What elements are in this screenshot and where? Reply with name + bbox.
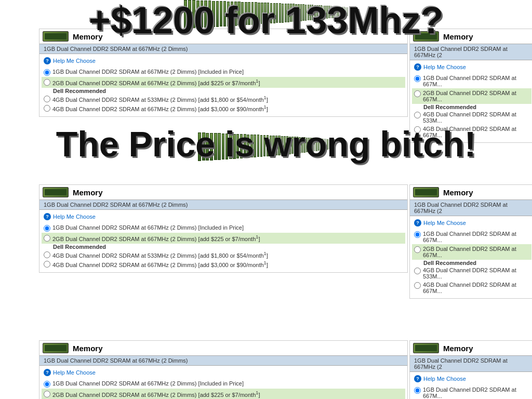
option-label-3-left-1: 2GB Dual Channel DDR2 SDRAM at 667MHz (2… bbox=[52, 390, 260, 398]
memory-title-3-right: Memory bbox=[443, 344, 473, 353]
help-icon-2-left: ? bbox=[44, 213, 51, 220]
radio-1-left-1[interactable] bbox=[44, 79, 50, 86]
option-row-2-right-0[interactable]: 1GB Dual Channel DDR2 SDRAM at 667M... bbox=[414, 230, 529, 244]
memory-widget-3-right: Memory 1GB Dual Channel DDR2 SDRAM at 66… bbox=[409, 340, 532, 399]
help-label-2-right: Help Me Choose bbox=[423, 220, 466, 226]
memory-body-2-left: ? Help Me Choose 1GB Dual Channel DDR2 S… bbox=[39, 210, 407, 272]
memory-widget-3-left: Memory 1GB Dual Channel DDR2 SDRAM at 66… bbox=[39, 340, 408, 399]
help-icon-1-right: ? bbox=[414, 63, 421, 71]
option-label-1-left-1: 2GB Dual Channel DDR2 SDRAM at 667MHz (2… bbox=[52, 78, 260, 86]
option-label-3-left-0: 1GB Dual Channel DDR2 SDRAM at 667MHz (2… bbox=[52, 380, 244, 387]
help-me-choose-2-right[interactable]: ? Help Me Choose bbox=[414, 219, 529, 227]
memory-selected-1-left: 1GB Dual Channel DDR2 SDRAM at 667MHz (2… bbox=[39, 44, 407, 54]
option-label-1-right-3: 4GB Dual Channel DDR2 SDRAM at 667M... bbox=[423, 126, 529, 138]
memory-header-2-left: Memory bbox=[39, 185, 407, 200]
memory-chip-icon-2-right bbox=[413, 187, 439, 197]
memory-title-1-right: Memory bbox=[443, 32, 473, 41]
option-label-1-right-2: 4GB Dual Channel DDR2 SDRAM at 533M... bbox=[423, 111, 529, 124]
radio-1-right-2[interactable] bbox=[414, 112, 421, 118]
radio-1-right-1[interactable] bbox=[414, 90, 421, 97]
option-row-1-right-1[interactable]: 2GB Dual Channel DDR2 SDRAM at 667M... bbox=[412, 88, 531, 104]
help-label-1-left: Help Me Choose bbox=[53, 58, 96, 64]
option-label-2-left-1: 2GB Dual Channel DDR2 SDRAM at 667MHz (2… bbox=[52, 234, 260, 242]
option-row-2-left-0[interactable]: 1GB Dual Channel DDR2 SDRAM at 667MHz (2… bbox=[44, 223, 403, 233]
memory-selected-2-left: 1GB Dual Channel DDR2 SDRAM at 667MHz (2… bbox=[39, 200, 407, 210]
option-row-3-left-0[interactable]: 1GB Dual Channel DDR2 SDRAM at 667MHz (2… bbox=[44, 379, 403, 389]
radio-1-left-3[interactable] bbox=[44, 105, 50, 112]
help-me-choose-2-left[interactable]: ? Help Me Choose bbox=[44, 213, 403, 220]
radio-2-right-2[interactable] bbox=[414, 268, 421, 274]
option-label-3-right-0: 1GB Dual Channel DDR2 SDRAM at 667M... bbox=[423, 387, 529, 399]
dell-recommended-2-right: Dell Recommended bbox=[423, 260, 529, 266]
option-label-2-left-3: 4GB Dual Channel DDR2 SDRAM at 667MHz (2… bbox=[52, 260, 268, 268]
memory-title-2-right: Memory bbox=[443, 188, 473, 197]
option-row-1-right-0[interactable]: 1GB Dual Channel DDR2 SDRAM at 667M... bbox=[414, 74, 529, 88]
option-label-1-left-3: 4GB Dual Channel DDR2 SDRAM at 667MHz (2… bbox=[52, 104, 268, 112]
option-row-1-left-0[interactable]: 1GB Dual Channel DDR2 SDRAM at 667MHz (2… bbox=[44, 68, 403, 77]
memory-selected-3-left: 1GB Dual Channel DDR2 SDRAM at 667MHz (2… bbox=[39, 355, 407, 366]
radio-1-right-0[interactable] bbox=[414, 75, 421, 82]
option-row-1-right-2[interactable]: 4GB Dual Channel DDR2 SDRAM at 533M... bbox=[414, 110, 529, 125]
memory-header-1-right: Memory bbox=[410, 29, 532, 44]
option-row-2-right-3[interactable]: 4GB Dual Channel DDR2 SDRAM at 667M... bbox=[414, 281, 529, 295]
radio-2-left-1[interactable] bbox=[44, 235, 50, 242]
help-icon-3-right: ? bbox=[414, 375, 421, 382]
option-label-1-right-1: 2GB Dual Channel DDR2 SDRAM at 667M... bbox=[423, 90, 529, 102]
help-me-choose-1-left[interactable]: ? Help Me Choose bbox=[44, 57, 403, 64]
memory-chip-icon-2-left bbox=[43, 187, 69, 197]
memory-widget-1-right: Memory 1GB Dual Channel DDR2 SDRAM at 66… bbox=[409, 29, 532, 143]
radio-2-right-1[interactable] bbox=[414, 246, 421, 253]
memory-selected-2-right: 1GB Dual Channel DDR2 SDRAM at 667MHz (2 bbox=[410, 200, 532, 216]
memory-selected-3-right: 1GB Dual Channel DDR2 SDRAM at 667MHz (2 bbox=[410, 355, 532, 372]
ram-sticks bbox=[183, 0, 348, 29]
page-wrapper: +$1200 for 133Mhz? The Price is wrong bi… bbox=[0, 0, 532, 399]
option-label-1-right-0: 1GB Dual Channel DDR2 SDRAM at 667M... bbox=[423, 75, 529, 87]
memory-header-2-right: Memory bbox=[410, 185, 532, 200]
memory-title-2-left: Memory bbox=[73, 188, 103, 197]
radio-2-right-0[interactable] bbox=[414, 231, 421, 238]
radio-3-left-0[interactable] bbox=[44, 381, 50, 388]
radio-1-right-3[interactable] bbox=[414, 126, 421, 133]
radio-1-left-0[interactable] bbox=[44, 69, 50, 76]
help-icon-1-left: ? bbox=[44, 57, 51, 64]
radio-3-left-1[interactable] bbox=[44, 391, 50, 397]
option-label-2-right-1: 2GB Dual Channel DDR2 SDRAM at 667M... bbox=[423, 246, 529, 258]
help-me-choose-3-right[interactable]: ? Help Me Choose bbox=[414, 375, 529, 382]
option-row-2-left-1[interactable]: 2GB Dual Channel DDR2 SDRAM at 667MHz (2… bbox=[42, 233, 405, 244]
radio-2-left-0[interactable] bbox=[44, 225, 50, 232]
option-row-1-left-2[interactable]: 4GB Dual Channel DDR2 SDRAM at 533MHz (2… bbox=[44, 94, 403, 104]
option-row-2-left-2[interactable]: 4GB Dual Channel DDR2 SDRAM at 533MHz (2… bbox=[44, 250, 403, 260]
help-label-2-left: Help Me Choose bbox=[53, 214, 96, 220]
memory-chip-icon-3-left bbox=[43, 343, 69, 353]
option-label-2-right-2: 4GB Dual Channel DDR2 SDRAM at 533M... bbox=[423, 267, 529, 280]
help-label-1-right: Help Me Choose bbox=[423, 64, 466, 70]
help-me-choose-3-left[interactable]: ? Help Me Choose bbox=[44, 369, 403, 376]
memory-body-3-left: ? Help Me Choose 1GB Dual Channel DDR2 S… bbox=[39, 366, 407, 399]
radio-3-right-0[interactable] bbox=[414, 387, 421, 394]
option-row-2-right-2[interactable]: 4GB Dual Channel DDR2 SDRAM at 533M... bbox=[414, 266, 529, 281]
radio-2-right-3[interactable] bbox=[414, 282, 421, 289]
dell-recommended-2-left: Dell Recommended bbox=[53, 244, 403, 250]
help-label-3-right: Help Me Choose bbox=[423, 376, 466, 382]
help-me-choose-1-right[interactable]: ? Help Me Choose bbox=[414, 63, 529, 71]
option-row-1-left-1[interactable]: 2GB Dual Channel DDR2 SDRAM at 667MHz (2… bbox=[42, 77, 405, 88]
memory-header-1-left: Memory bbox=[39, 29, 407, 44]
memory-body-1-left: ? Help Me Choose 1GB Dual Channel DDR2 S… bbox=[39, 54, 407, 116]
memory-body-2-right: ? Help Me Choose 1GB Dual Channel DDR2 S… bbox=[410, 216, 532, 298]
help-label-3-left: Help Me Choose bbox=[53, 369, 96, 376]
radio-1-left-2[interactable] bbox=[44, 96, 50, 102]
option-row-2-right-1[interactable]: 2GB Dual Channel DDR2 SDRAM at 667M... bbox=[412, 244, 531, 260]
option-label-2-left-0: 1GB Dual Channel DDR2 SDRAM at 667MHz (2… bbox=[52, 224, 244, 231]
memory-body-1-right: ? Help Me Choose 1GB Dual Channel DDR2 S… bbox=[410, 60, 532, 142]
radio-2-left-2[interactable] bbox=[44, 251, 50, 258]
option-row-1-left-3[interactable]: 4GB Dual Channel DDR2 SDRAM at 667MHz (2… bbox=[44, 103, 403, 113]
radio-2-left-3[interactable] bbox=[44, 261, 50, 268]
option-row-1-right-3[interactable]: 4GB Dual Channel DDR2 SDRAM at 667M... bbox=[414, 125, 529, 139]
option-row-2-left-3[interactable]: 4GB Dual Channel DDR2 SDRAM at 667MHz (2… bbox=[44, 259, 403, 269]
memory-widget-2-right: Memory 1GB Dual Channel DDR2 SDRAM at 66… bbox=[409, 184, 532, 299]
option-label-2-left-2: 4GB Dual Channel DDR2 SDRAM at 533MHz (2… bbox=[52, 251, 268, 259]
memory-widget-2-left: Memory 1GB Dual Channel DDR2 SDRAM at 66… bbox=[39, 184, 408, 273]
option-row-3-left-1[interactable]: 2GB Dual Channel DDR2 SDRAM at 667MHz (2… bbox=[42, 389, 405, 399]
option-row-3-right-0[interactable]: 1GB Dual Channel DDR2 SDRAM at 667M... bbox=[414, 385, 529, 399]
memory-body-3-right: ? Help Me Choose 1GB Dual Channel DDR2 S… bbox=[410, 372, 532, 399]
